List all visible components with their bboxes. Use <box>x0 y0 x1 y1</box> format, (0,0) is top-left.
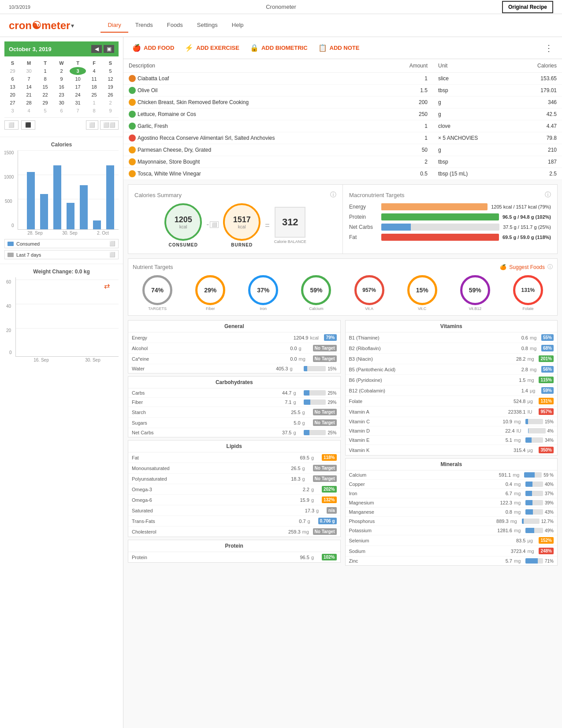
cal-day[interactable]: 1 <box>37 67 53 75</box>
nt-row-energy: Energy 1204.9 kcal 79% <box>128 332 340 343</box>
food-icon-orange <box>129 170 136 177</box>
more-options-icon[interactable]: ⋮ <box>544 43 553 53</box>
cal-day[interactable]: 5 <box>37 107 53 115</box>
food-row[interactable]: Ciabatta Loaf 1 slice 153.65 <box>123 73 562 85</box>
nav-trends[interactable]: Trends <box>128 18 160 33</box>
cal-day[interactable]: 24 <box>70 91 86 99</box>
food-row[interactable]: Mayonnaise, Store Bought 2 tbsp 187 <box>123 156 562 168</box>
food-table: Description Amount Unit Calories Ciabatt… <box>123 59 562 180</box>
view-day-btn[interactable]: ⬜ <box>4 120 19 130</box>
cal-day[interactable]: 1 <box>86 99 102 107</box>
cal-day[interactable]: 9 <box>53 75 70 83</box>
cal-day[interactable]: 3 <box>4 107 21 115</box>
cal-day[interactable]: 6 <box>53 107 70 115</box>
col-calories: Calories <box>514 59 562 73</box>
logo-cron: cron <box>9 19 32 32</box>
cal-day[interactable]: 9 <box>102 107 119 115</box>
cal-day[interactable]: 20 <box>4 91 21 99</box>
food-row[interactable]: Agostino Recca Conserve Alimentari Srl, … <box>123 132 562 144</box>
balance-label: Calorie BALANCE <box>274 239 306 244</box>
food-row[interactable]: Chicken Breast, Skin Removed Before Cook… <box>123 97 562 108</box>
cal-day[interactable]: 25 <box>86 91 102 99</box>
cal-day[interactable]: 2 <box>53 67 70 75</box>
nav-foods[interactable]: Foods <box>160 18 190 33</box>
edit-icon[interactable]: ⬜ <box>210 221 219 228</box>
view-btn3[interactable]: ⬜⬜ <box>100 120 119 130</box>
cal-day[interactable]: 30 <box>21 67 37 75</box>
cal-day[interactable]: 30 <box>53 99 70 107</box>
cal-day[interactable]: 28 <box>21 99 37 107</box>
cal-day[interactable]: 13 <box>4 83 21 91</box>
food-row[interactable]: Parmesan Cheese, Dry, Grated 50 g 210 <box>123 144 562 156</box>
cal-day[interactable]: 26 <box>102 91 119 99</box>
add-note-button[interactable]: 📋 ADD NOTE <box>318 44 360 52</box>
food-row[interactable]: Garlic, Fresh 1 clove 4.47 <box>123 120 562 132</box>
cal-day[interactable]: 29 <box>37 99 53 107</box>
food-row[interactable]: Olive Oil 1.5 tbsp 179.01 <box>123 85 562 97</box>
nav-settings[interactable]: Settings <box>190 18 225 33</box>
cal-day[interactable]: 27 <box>4 99 21 107</box>
cal-day[interactable]: 5 <box>102 67 119 75</box>
cal-day[interactable]: 18 <box>86 83 102 91</box>
cal-day[interactable]: 8 <box>86 107 102 115</box>
cal-day[interactable]: 2 <box>102 99 119 107</box>
view-week-btn[interactable]: ⬛ <box>21 120 35 130</box>
cal-day[interactable]: 23 <box>53 91 70 99</box>
add-food-button[interactable]: 🍎 ADD FOOD <box>132 44 174 52</box>
add-biometric-icon: 🔒 <box>250 44 259 52</box>
nt-circle-folate: 131% Folate <box>513 275 543 311</box>
suggest-foods-button[interactable]: 🍊 Suggest Foods ⓘ <box>500 263 553 271</box>
cal-today[interactable]: 3 <box>70 67 86 75</box>
general-table: General Energy 1204.9 kcal 79% Alcohol 0… <box>128 320 341 373</box>
food-icon-orange <box>129 99 136 106</box>
cal-day[interactable]: 7 <box>21 75 37 83</box>
weight-chart-title: Weight Change: 0.0 kg <box>4 269 119 275</box>
cal-day[interactable]: 7 <box>70 107 86 115</box>
cal-day[interactable]: 31 <box>70 99 86 107</box>
nt-row-water: Water 405.3 g 15% <box>128 364 340 373</box>
calorie-chart-title: Calories <box>4 142 119 148</box>
calendar-icon[interactable]: ▣ <box>104 45 114 53</box>
calories-info-icon[interactable]: ⓘ <box>330 191 336 199</box>
nav-help[interactable]: Help <box>225 18 251 33</box>
cal-day[interactable]: 15 <box>37 83 53 91</box>
calorie-chart-section: Calories 1500 1000 500 0 <box>0 137 123 264</box>
burned-circle: 1517 kcal <box>223 203 261 241</box>
cal-day[interactable]: 16 <box>53 83 70 91</box>
cal-day[interactable]: 29 <box>4 67 21 75</box>
cal-day[interactable]: 21 <box>21 91 37 99</box>
macronutrient-section: Macronutrient Targets ⓘ Energy 1205 kcal… <box>343 185 557 254</box>
weight-add-icon[interactable]: ⇄ <box>104 282 110 290</box>
cal-day[interactable]: 4 <box>21 107 37 115</box>
cal-day[interactable]: 10 <box>70 75 86 83</box>
cal-day[interactable]: 8 <box>37 75 53 83</box>
cal-day[interactable]: 4 <box>86 67 102 75</box>
logo-arrow[interactable]: ▾ <box>71 22 74 29</box>
topbar-title: Cronometer <box>266 4 296 10</box>
cal-day[interactable]: 6 <box>4 75 21 83</box>
cal-day[interactable]: 14 <box>21 83 37 91</box>
bar-sep28 <box>27 172 35 229</box>
original-recipe-button[interactable]: Original Recipe <box>502 1 553 13</box>
nt-title: Nutrient Targets <box>133 264 173 270</box>
legend-last7-label: Last 7 days <box>16 252 41 258</box>
add-biometric-button[interactable]: 🔒 ADD BIOMETRIC <box>250 44 308 52</box>
food-row[interactable]: Tosca, White Wine Vinegar 0.5 tbsp (15 m… <box>123 168 562 180</box>
bar-oct3c <box>93 220 101 229</box>
cal-day[interactable]: 12 <box>102 75 119 83</box>
nav-diary[interactable]: Diary <box>100 18 128 33</box>
legend-consumed[interactable]: Consumed ⬜ <box>4 239 119 248</box>
food-row[interactable]: Lettuce, Romaine or Cos 250 g 42.5 <box>123 108 562 120</box>
cal-day[interactable]: 11 <box>86 75 102 83</box>
calendar-prev[interactable]: ◀ <box>91 45 102 53</box>
cal-day[interactable]: 17 <box>70 83 86 91</box>
calendar-grid: SMTWTFS 29 30 1 2 3 4 5 6789101112 13141… <box>4 59 119 115</box>
nutrient-targets-section: Nutrient Targets 🍊 Suggest Foods ⓘ 74% T… <box>128 258 558 316</box>
add-exercise-button[interactable]: ⚡ ADD EXERCISE <box>185 44 239 52</box>
cal-day[interactable]: 19 <box>102 83 119 91</box>
macro-info-icon[interactable]: ⓘ <box>545 191 551 199</box>
consumed-circle: 1205 kcal <box>164 203 202 241</box>
cal-day[interactable]: 22 <box>37 91 53 99</box>
view-btn2[interactable]: ⬜ <box>86 120 98 130</box>
legend-last7[interactable]: Last 7 days ⬜ <box>4 250 119 259</box>
